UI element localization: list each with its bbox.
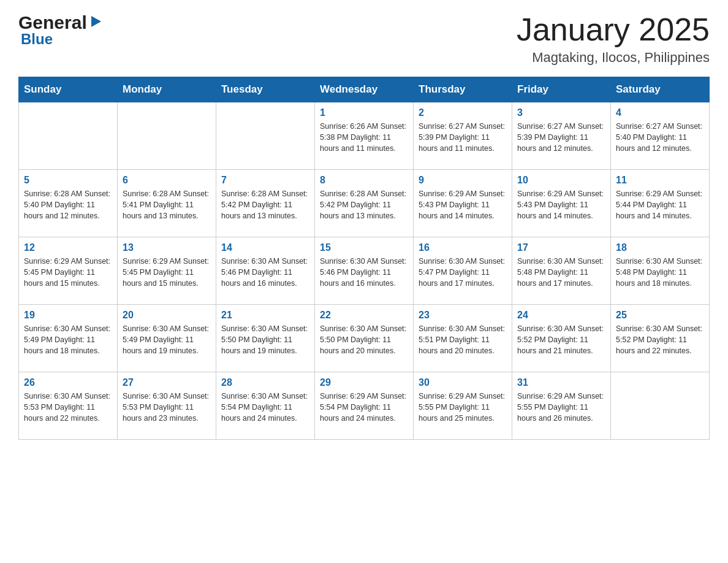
calendar-table: SundayMondayTuesdayWednesdayThursdayFrid… xyxy=(18,77,710,440)
calendar-cell: 2Sunrise: 6:27 AM Sunset: 5:39 PM Daylig… xyxy=(414,102,512,170)
calendar-cell: 5Sunrise: 6:28 AM Sunset: 5:40 PM Daylig… xyxy=(19,170,118,237)
calendar-cell: 10Sunrise: 6:29 AM Sunset: 5:43 PM Dayli… xyxy=(512,170,611,237)
day-number: 10 xyxy=(517,175,605,186)
calendar-cell: 22Sunrise: 6:30 AM Sunset: 5:50 PM Dayli… xyxy=(315,305,414,372)
calendar-cell xyxy=(216,102,315,170)
day-number: 20 xyxy=(123,310,211,321)
day-number: 28 xyxy=(221,377,309,388)
day-info: Sunrise: 6:26 AM Sunset: 5:38 PM Dayligh… xyxy=(320,121,408,154)
day-info: Sunrise: 6:28 AM Sunset: 5:42 PM Dayligh… xyxy=(221,188,309,221)
logo: General Blue xyxy=(18,12,102,48)
day-number: 24 xyxy=(517,310,605,321)
calendar-cell: 28Sunrise: 6:30 AM Sunset: 5:54 PM Dayli… xyxy=(216,372,315,440)
calendar-cell: 9Sunrise: 6:29 AM Sunset: 5:43 PM Daylig… xyxy=(414,170,512,237)
calendar-week-2: 5Sunrise: 6:28 AM Sunset: 5:40 PM Daylig… xyxy=(19,170,710,237)
month-title: January 2025 xyxy=(517,12,710,47)
calendar-cell: 19Sunrise: 6:30 AM Sunset: 5:49 PM Dayli… xyxy=(19,305,118,372)
calendar-cell: 11Sunrise: 6:29 AM Sunset: 5:44 PM Dayli… xyxy=(611,170,710,237)
day-info: Sunrise: 6:30 AM Sunset: 5:53 PM Dayligh… xyxy=(24,391,112,424)
day-number: 31 xyxy=(517,377,605,388)
day-info: Sunrise: 6:30 AM Sunset: 5:53 PM Dayligh… xyxy=(123,391,211,424)
calendar-cell: 16Sunrise: 6:30 AM Sunset: 5:47 PM Dayli… xyxy=(414,237,512,305)
day-number: 4 xyxy=(616,107,704,118)
day-info: Sunrise: 6:30 AM Sunset: 5:47 PM Dayligh… xyxy=(419,256,507,289)
day-number: 17 xyxy=(517,242,605,253)
day-number: 22 xyxy=(320,310,408,321)
calendar-cell: 15Sunrise: 6:30 AM Sunset: 5:46 PM Dayli… xyxy=(315,237,414,305)
day-info: Sunrise: 6:30 AM Sunset: 5:52 PM Dayligh… xyxy=(517,323,605,356)
page-header: General Blue January 2025 Magtaking, Ilo… xyxy=(18,12,710,66)
day-number: 11 xyxy=(616,175,704,186)
day-number: 6 xyxy=(123,175,211,186)
day-number: 27 xyxy=(123,377,211,388)
day-info: Sunrise: 6:30 AM Sunset: 5:48 PM Dayligh… xyxy=(616,256,704,289)
day-info: Sunrise: 6:29 AM Sunset: 5:55 PM Dayligh… xyxy=(419,391,507,424)
day-info: Sunrise: 6:28 AM Sunset: 5:42 PM Dayligh… xyxy=(320,188,408,221)
day-number: 18 xyxy=(616,242,704,253)
day-info: Sunrise: 6:30 AM Sunset: 5:49 PM Dayligh… xyxy=(123,323,211,356)
calendar-cell: 29Sunrise: 6:29 AM Sunset: 5:54 PM Dayli… xyxy=(315,372,414,440)
calendar-cell xyxy=(118,102,216,170)
weekday-header-sunday: Sunday xyxy=(19,77,118,102)
day-number: 12 xyxy=(24,242,112,253)
calendar-cell: 7Sunrise: 6:28 AM Sunset: 5:42 PM Daylig… xyxy=(216,170,315,237)
day-number: 8 xyxy=(320,175,408,186)
calendar-cell: 31Sunrise: 6:29 AM Sunset: 5:55 PM Dayli… xyxy=(512,372,611,440)
calendar-cell: 13Sunrise: 6:29 AM Sunset: 5:45 PM Dayli… xyxy=(118,237,216,305)
day-info: Sunrise: 6:30 AM Sunset: 5:46 PM Dayligh… xyxy=(221,256,309,289)
day-number: 2 xyxy=(419,107,507,118)
day-number: 3 xyxy=(517,107,605,118)
day-info: Sunrise: 6:28 AM Sunset: 5:41 PM Dayligh… xyxy=(123,188,211,221)
calendar-week-1: 1Sunrise: 6:26 AM Sunset: 5:38 PM Daylig… xyxy=(19,102,710,170)
day-number: 7 xyxy=(221,175,309,186)
calendar-cell: 30Sunrise: 6:29 AM Sunset: 5:55 PM Dayli… xyxy=(414,372,512,440)
calendar-cell: 14Sunrise: 6:30 AM Sunset: 5:46 PM Dayli… xyxy=(216,237,315,305)
calendar-cell: 25Sunrise: 6:30 AM Sunset: 5:52 PM Dayli… xyxy=(611,305,710,372)
calendar-cell: 17Sunrise: 6:30 AM Sunset: 5:48 PM Dayli… xyxy=(512,237,611,305)
calendar-cell: 21Sunrise: 6:30 AM Sunset: 5:50 PM Dayli… xyxy=(216,305,315,372)
weekday-header-friday: Friday xyxy=(512,77,611,102)
location-title: Magtaking, Ilocos, Philippines xyxy=(517,50,710,66)
logo-general: General xyxy=(18,12,87,33)
day-number: 21 xyxy=(221,310,309,321)
calendar-cell: 3Sunrise: 6:27 AM Sunset: 5:39 PM Daylig… xyxy=(512,102,611,170)
svg-marker-0 xyxy=(91,16,101,27)
day-info: Sunrise: 6:27 AM Sunset: 5:39 PM Dayligh… xyxy=(419,121,507,154)
day-number: 14 xyxy=(221,242,309,253)
day-number: 29 xyxy=(320,377,408,388)
calendar-cell xyxy=(19,102,118,170)
calendar-cell: 12Sunrise: 6:29 AM Sunset: 5:45 PM Dayli… xyxy=(19,237,118,305)
day-number: 9 xyxy=(419,175,507,186)
day-info: Sunrise: 6:30 AM Sunset: 5:54 PM Dayligh… xyxy=(221,391,309,424)
calendar-cell: 23Sunrise: 6:30 AM Sunset: 5:51 PM Dayli… xyxy=(414,305,512,372)
calendar-cell: 18Sunrise: 6:30 AM Sunset: 5:48 PM Dayli… xyxy=(611,237,710,305)
day-info: Sunrise: 6:30 AM Sunset: 5:52 PM Dayligh… xyxy=(616,323,704,356)
day-info: Sunrise: 6:30 AM Sunset: 5:49 PM Dayligh… xyxy=(24,323,112,356)
calendar-week-4: 19Sunrise: 6:30 AM Sunset: 5:49 PM Dayli… xyxy=(19,305,710,372)
calendar-cell: 26Sunrise: 6:30 AM Sunset: 5:53 PM Dayli… xyxy=(19,372,118,440)
calendar-body: 1Sunrise: 6:26 AM Sunset: 5:38 PM Daylig… xyxy=(19,102,710,440)
day-info: Sunrise: 6:29 AM Sunset: 5:43 PM Dayligh… xyxy=(419,188,507,221)
day-info: Sunrise: 6:29 AM Sunset: 5:45 PM Dayligh… xyxy=(123,256,211,289)
day-info: Sunrise: 6:27 AM Sunset: 5:40 PM Dayligh… xyxy=(616,121,704,154)
day-info: Sunrise: 6:29 AM Sunset: 5:45 PM Dayligh… xyxy=(24,256,112,289)
day-number: 23 xyxy=(419,310,507,321)
day-number: 13 xyxy=(123,242,211,253)
day-number: 1 xyxy=(320,107,408,118)
title-block: January 2025 Magtaking, Ilocos, Philippi… xyxy=(517,12,710,66)
day-number: 25 xyxy=(616,310,704,321)
day-info: Sunrise: 6:30 AM Sunset: 5:50 PM Dayligh… xyxy=(221,323,309,356)
calendar-cell: 8Sunrise: 6:28 AM Sunset: 5:42 PM Daylig… xyxy=(315,170,414,237)
day-number: 19 xyxy=(24,310,112,321)
weekday-header-tuesday: Tuesday xyxy=(216,77,315,102)
day-number: 30 xyxy=(419,377,507,388)
day-info: Sunrise: 6:27 AM Sunset: 5:39 PM Dayligh… xyxy=(517,121,605,154)
calendar-cell: 27Sunrise: 6:30 AM Sunset: 5:53 PM Dayli… xyxy=(118,372,216,440)
weekday-header-saturday: Saturday xyxy=(611,77,710,102)
calendar-cell: 4Sunrise: 6:27 AM Sunset: 5:40 PM Daylig… xyxy=(611,102,710,170)
day-info: Sunrise: 6:29 AM Sunset: 5:44 PM Dayligh… xyxy=(616,188,704,221)
calendar-cell: 24Sunrise: 6:30 AM Sunset: 5:52 PM Dayli… xyxy=(512,305,611,372)
calendar-week-5: 26Sunrise: 6:30 AM Sunset: 5:53 PM Dayli… xyxy=(19,372,710,440)
day-info: Sunrise: 6:29 AM Sunset: 5:54 PM Dayligh… xyxy=(320,391,408,424)
calendar-cell xyxy=(611,372,710,440)
